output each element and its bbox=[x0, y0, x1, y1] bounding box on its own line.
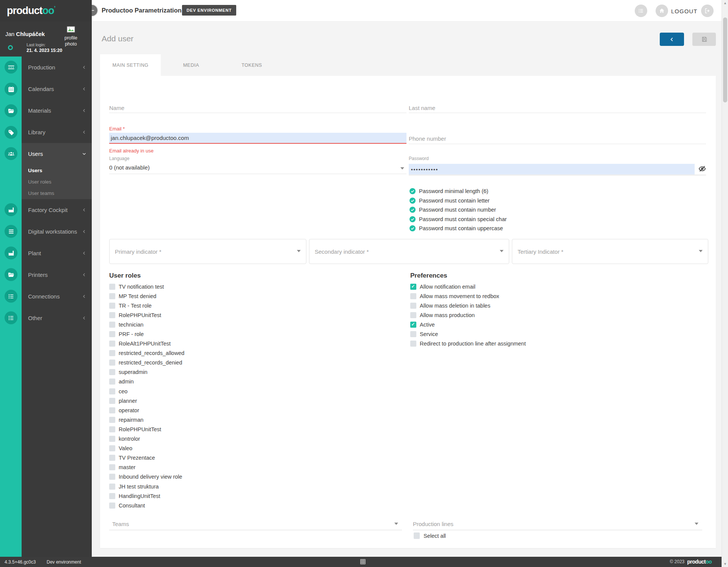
checkbox[interactable] bbox=[109, 445, 115, 451]
user-role-item[interactable]: technician bbox=[109, 320, 184, 329]
checkbox[interactable] bbox=[109, 322, 115, 328]
logout-label[interactable]: LOGOUT bbox=[671, 8, 697, 14]
user-role-item[interactable]: MP Test denied bbox=[109, 291, 184, 301]
user-role-item[interactable]: TV Prezentace bbox=[109, 453, 184, 463]
teams-select[interactable]: Teams bbox=[109, 519, 402, 530]
checkbox[interactable] bbox=[109, 398, 115, 404]
profile-photo[interactable]: profile photo bbox=[59, 26, 83, 50]
language-select[interactable]: 0 (not available) bbox=[109, 164, 406, 174]
name-field[interactable]: Name bbox=[109, 102, 406, 113]
tertiary-indicator-select[interactable]: Tertiary Indicator * bbox=[512, 239, 708, 264]
sidebar-item-materials[interactable]: Materials bbox=[22, 100, 92, 121]
tab-media[interactable]: MEDIA bbox=[161, 54, 221, 76]
checkbox[interactable] bbox=[410, 322, 416, 328]
menu-list-button[interactable] bbox=[635, 5, 647, 17]
checkbox[interactable] bbox=[109, 303, 115, 309]
primary-indicator-select[interactable]: Primary indicator * bbox=[109, 239, 306, 264]
checkbox[interactable] bbox=[109, 360, 115, 366]
other-icon[interactable] bbox=[5, 311, 17, 324]
checkbox[interactable] bbox=[109, 388, 115, 394]
checkbox[interactable] bbox=[109, 426, 115, 432]
checkbox[interactable] bbox=[109, 369, 115, 375]
checkbox[interactable] bbox=[109, 407, 115, 413]
checkbox[interactable] bbox=[410, 341, 416, 347]
scroll-down-icon[interactable]: ▼ bbox=[723, 562, 727, 566]
checkbox[interactable] bbox=[410, 312, 416, 318]
select-all[interactable]: Select all bbox=[414, 532, 446, 539]
sidebar-item-digital-workstations[interactable]: Digital workstations bbox=[22, 221, 92, 242]
checkbox[interactable] bbox=[410, 284, 416, 290]
checkbox[interactable] bbox=[109, 464, 115, 470]
users-icon[interactable] bbox=[5, 147, 17, 160]
user-role-item[interactable]: RolePHPUnitTest bbox=[109, 310, 184, 320]
checkbox[interactable] bbox=[410, 303, 416, 309]
sidebar-item-factory-cockpit[interactable]: Factory Cockpit bbox=[22, 199, 92, 221]
preference-item[interactable]: Allow mass deletion in tables bbox=[410, 301, 526, 310]
connections-icon[interactable] bbox=[5, 290, 17, 303]
checkbox[interactable] bbox=[109, 417, 115, 423]
checkbox[interactable] bbox=[109, 379, 115, 385]
eye-off-icon[interactable] bbox=[698, 165, 707, 174]
calendars-icon[interactable] bbox=[5, 83, 17, 96]
tab-tokens[interactable]: TOKENS bbox=[221, 54, 282, 76]
user-role-item[interactable]: JH test struktura bbox=[109, 482, 184, 491]
checkbox[interactable] bbox=[109, 493, 115, 499]
home-button[interactable] bbox=[656, 5, 668, 17]
grid-icon[interactable] bbox=[360, 559, 366, 566]
tab-main-setting[interactable]: MAIN SETTING bbox=[100, 54, 161, 76]
user-role-item[interactable]: master bbox=[109, 463, 184, 472]
user-role-item[interactable]: kontrolor bbox=[109, 434, 184, 444]
scrollbar-thumb[interactable] bbox=[723, 17, 727, 102]
user-role-item[interactable]: planner bbox=[109, 396, 184, 405]
user-role-item[interactable]: Valeo bbox=[109, 444, 184, 453]
sidebar-subitem-user-roles[interactable]: User roles bbox=[22, 176, 92, 187]
sidebar-subitem-user-teams[interactable]: User teams bbox=[22, 187, 92, 199]
user-role-item[interactable]: restricted_records_denied bbox=[109, 358, 184, 368]
checkbox[interactable] bbox=[109, 503, 115, 509]
printers-icon[interactable] bbox=[5, 268, 17, 281]
user-role-item[interactable]: ceo bbox=[109, 386, 184, 396]
last-name-field[interactable]: Last name bbox=[409, 102, 706, 113]
scroll-up-icon[interactable]: ▲ bbox=[723, 1, 727, 5]
checkbox[interactable] bbox=[109, 293, 115, 299]
user-role-item[interactable]: superadmin bbox=[109, 368, 184, 377]
preference-item[interactable]: Allow notification email bbox=[410, 282, 526, 291]
materials-icon[interactable] bbox=[5, 104, 17, 117]
checkbox[interactable] bbox=[109, 436, 115, 442]
plant-icon[interactable] bbox=[5, 247, 17, 259]
user-role-item[interactable]: repairman bbox=[109, 415, 184, 424]
user-role-item[interactable]: TV notification test bbox=[109, 282, 184, 291]
vertical-scrollbar[interactable]: ▲ ▼ bbox=[722, 0, 728, 567]
save-button[interactable] bbox=[692, 33, 716, 46]
password-input[interactable] bbox=[409, 164, 695, 174]
checkbox[interactable] bbox=[109, 484, 115, 490]
sidebar-item-plant[interactable]: Plant bbox=[22, 242, 92, 264]
checkbox[interactable] bbox=[410, 293, 416, 299]
digital-workstations-icon[interactable] bbox=[5, 225, 17, 238]
sidebar-item-connections[interactable]: Connections bbox=[22, 286, 92, 307]
sidebar-subitem-users[interactable]: Users bbox=[22, 165, 92, 176]
checkbox[interactable] bbox=[109, 474, 115, 480]
preference-item[interactable]: Active bbox=[410, 320, 526, 329]
preference-item[interactable]: Service bbox=[410, 329, 526, 339]
user-role-item[interactable]: Consultant bbox=[109, 501, 184, 510]
user-role-item[interactable]: HandlingUnitTest bbox=[109, 491, 184, 501]
user-role-item[interactable]: Inbound delivery view role bbox=[109, 472, 184, 482]
sidebar-item-users[interactable]: Users bbox=[22, 143, 92, 165]
secondary-indicator-select[interactable]: Secondary indicator * bbox=[309, 239, 509, 264]
user-role-item[interactable]: PRF - role bbox=[109, 329, 184, 339]
checkbox[interactable] bbox=[109, 455, 115, 461]
factory-cockpit-icon[interactable] bbox=[5, 203, 17, 216]
user-role-item[interactable]: operator bbox=[109, 405, 184, 415]
user-role-item[interactable]: TR - Test role bbox=[109, 301, 184, 310]
logout-icon-button[interactable] bbox=[701, 5, 714, 17]
checkbox[interactable] bbox=[109, 312, 115, 318]
checkbox[interactable] bbox=[410, 331, 416, 337]
production-icon[interactable] bbox=[5, 61, 17, 74]
logo[interactable]: productoo’ bbox=[0, 0, 92, 22]
checkbox[interactable] bbox=[109, 350, 115, 356]
preference-item[interactable]: Allow mass production bbox=[410, 310, 526, 320]
user-role-item[interactable]: admin bbox=[109, 377, 184, 386]
sidebar-item-printers[interactable]: Printers bbox=[22, 264, 92, 286]
preference-item[interactable]: Allow mass movement to redbox bbox=[410, 291, 526, 301]
